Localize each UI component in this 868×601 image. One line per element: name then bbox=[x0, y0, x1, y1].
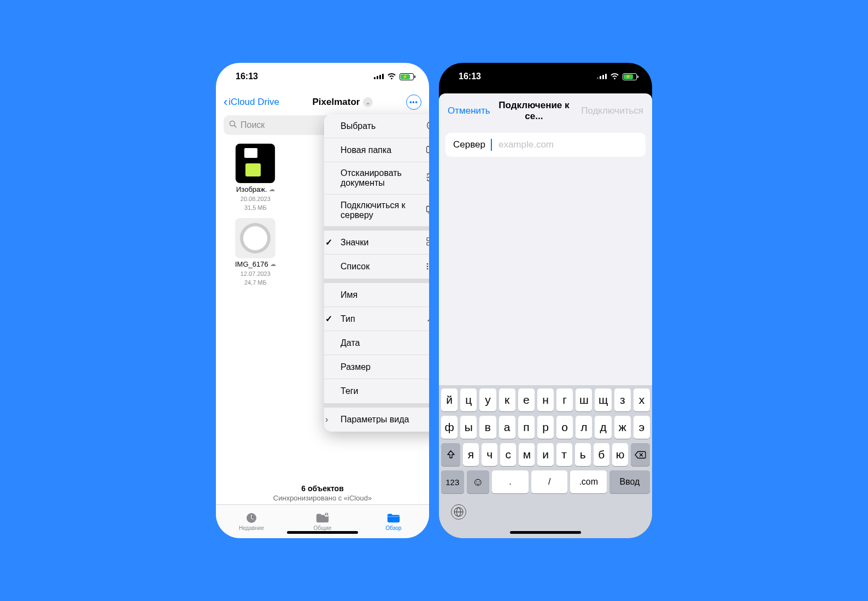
battery-icon: ⚡ bbox=[623, 73, 637, 80]
menu-view-icons[interactable]: Значки bbox=[324, 231, 429, 255]
sync-status: Синхронизировано с «iCloud» bbox=[216, 494, 429, 502]
key[interactable]: е bbox=[518, 388, 535, 411]
chevron-up-icon bbox=[426, 314, 429, 323]
home-indicator[interactable] bbox=[287, 531, 358, 534]
home-indicator[interactable] bbox=[510, 531, 581, 534]
key[interactable]: п bbox=[518, 416, 535, 439]
key[interactable]: й bbox=[441, 388, 458, 411]
key[interactable]: ь bbox=[575, 443, 591, 466]
phone-files-app: 16:13 ⚡ ‹ iCloud Drive Pixelmator ⌄ ••• bbox=[216, 63, 429, 538]
menu-view-list[interactable]: Список bbox=[324, 255, 429, 279]
search-placeholder: Поиск bbox=[241, 120, 265, 130]
key[interactable]: ч bbox=[482, 443, 497, 466]
scan-icon bbox=[426, 173, 429, 184]
key[interactable]: а bbox=[499, 416, 515, 439]
file-thumbnail bbox=[236, 219, 275, 258]
key[interactable]: г bbox=[556, 388, 573, 411]
key-backspace[interactable] bbox=[631, 443, 650, 466]
file-size: 31,5 МБ bbox=[244, 204, 267, 211]
file-item[interactable]: Изображ. ☁ 20.08.2023 31,5 МБ bbox=[224, 144, 288, 211]
key[interactable]: х bbox=[634, 388, 650, 411]
svg-rect-12 bbox=[427, 243, 429, 246]
menu-sort-date[interactable]: Дата bbox=[324, 331, 429, 355]
menu-connect-server[interactable]: Подключиться к серверу bbox=[324, 195, 429, 226]
folder-title[interactable]: Pixelmator ⌄ bbox=[312, 97, 373, 108]
file-size: 24,7 МБ bbox=[244, 279, 267, 286]
file-thumbnail bbox=[236, 144, 275, 183]
menu-sort-tags[interactable]: Теги bbox=[324, 379, 429, 403]
key[interactable]: щ bbox=[595, 388, 611, 411]
tab-recents[interactable]: Недавние bbox=[216, 505, 287, 538]
text-cursor bbox=[491, 139, 492, 151]
more-button[interactable]: ••• bbox=[406, 95, 421, 110]
key[interactable]: о bbox=[556, 416, 573, 439]
key-enter[interactable]: Ввод bbox=[609, 470, 650, 493]
key-dotcom[interactable]: .com bbox=[570, 470, 607, 493]
svg-line-1 bbox=[234, 125, 237, 127]
key-shift[interactable] bbox=[441, 443, 460, 466]
checkmark-circle-icon bbox=[426, 121, 429, 132]
menu-select[interactable]: Выбрать bbox=[324, 114, 429, 138]
key-globe[interactable] bbox=[451, 504, 466, 520]
svg-rect-5 bbox=[388, 516, 400, 517]
key[interactable]: я bbox=[463, 443, 479, 466]
key-numbers[interactable]: 123 bbox=[441, 470, 464, 493]
file-name: Изображ. ☁ bbox=[236, 185, 275, 193]
svg-rect-8 bbox=[427, 207, 430, 212]
key[interactable]: ц bbox=[460, 388, 477, 411]
back-label: iCloud Drive bbox=[228, 97, 279, 108]
key[interactable]: р bbox=[537, 416, 554, 439]
tab-label: Недавние bbox=[239, 525, 264, 531]
key[interactable]: т bbox=[556, 443, 572, 466]
key[interactable]: в bbox=[479, 416, 496, 439]
key-dot[interactable]: . bbox=[492, 470, 529, 493]
key[interactable]: ш bbox=[576, 388, 592, 411]
bottom-status: 6 объектов Синхронизировано с «iCloud» bbox=[216, 479, 429, 504]
key[interactable]: и bbox=[537, 443, 553, 466]
tab-label: Общие bbox=[314, 525, 332, 531]
menu-sort-name[interactable]: Имя bbox=[324, 283, 429, 307]
key[interactable]: ы bbox=[460, 416, 477, 439]
key[interactable]: л bbox=[576, 416, 592, 439]
menu-label: Значки bbox=[333, 238, 426, 248]
menu-label: Список bbox=[333, 262, 426, 272]
cellular-icon bbox=[597, 74, 607, 79]
key[interactable]: у bbox=[479, 388, 496, 411]
connect-button[interactable]: Подключиться bbox=[581, 105, 643, 116]
key[interactable]: з bbox=[614, 388, 631, 411]
monitor-icon bbox=[426, 205, 429, 215]
key[interactable]: к bbox=[499, 388, 515, 411]
key[interactable]: э bbox=[634, 416, 650, 439]
svg-point-14 bbox=[426, 263, 428, 264]
menu-view-params[interactable]: Параметры вида bbox=[324, 408, 429, 432]
menu-new-folder[interactable]: Новая папка bbox=[324, 138, 429, 162]
key[interactable]: ю bbox=[612, 443, 628, 466]
list-icon bbox=[426, 262, 429, 272]
key-emoji[interactable]: ☺ bbox=[467, 470, 490, 493]
shift-icon bbox=[446, 450, 455, 459]
status-icons: ⚡ bbox=[374, 72, 414, 81]
server-row: Сервер bbox=[445, 133, 646, 157]
file-item[interactable]: IMG_6176 ☁ 12.07.2023 24,7 МБ bbox=[224, 219, 288, 286]
chevron-down-icon: ⌄ bbox=[363, 97, 373, 107]
key[interactable]: с bbox=[500, 443, 516, 466]
back-button[interactable]: ‹ iCloud Drive bbox=[224, 95, 279, 109]
menu-scan-documents[interactable]: Отсканировать документы bbox=[324, 162, 429, 195]
status-bar: 16:13 ⚡ bbox=[216, 63, 429, 90]
status-bar: 16:13 ⚡ bbox=[439, 63, 652, 90]
key[interactable]: д bbox=[595, 416, 611, 439]
tab-browse[interactable]: Обзор bbox=[358, 505, 429, 538]
key-slash[interactable]: / bbox=[531, 470, 568, 493]
svg-rect-10 bbox=[427, 238, 429, 241]
menu-label: Теги bbox=[333, 386, 429, 396]
key[interactable]: б bbox=[594, 443, 609, 466]
cancel-button[interactable]: Отменить bbox=[448, 105, 490, 116]
menu-label: Дата bbox=[333, 338, 429, 348]
key[interactable]: м bbox=[519, 443, 535, 466]
key[interactable]: ж bbox=[614, 416, 631, 439]
server-input[interactable] bbox=[498, 139, 638, 150]
key[interactable]: н bbox=[537, 388, 554, 411]
key[interactable]: ф bbox=[441, 416, 458, 439]
menu-sort-type[interactable]: Тип bbox=[324, 307, 429, 331]
menu-sort-size[interactable]: Размер bbox=[324, 355, 429, 379]
